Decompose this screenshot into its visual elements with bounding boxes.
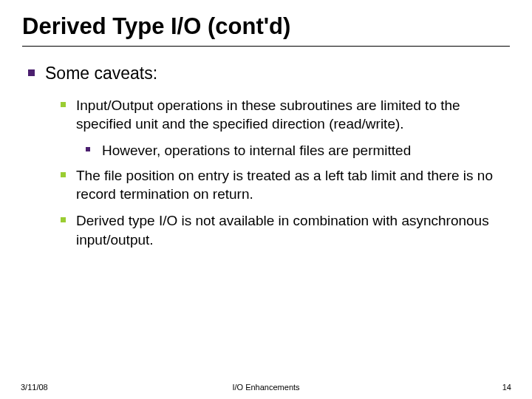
bullet-icon [61,217,66,222]
footer-page-number: 14 [502,383,511,392]
footer-date: 3/11/08 [21,383,48,392]
slide-footer: 3/11/08 I/O Enhancements 14 [0,383,532,392]
level1-text: Some caveats: [45,63,157,84]
level3-list: However, operations to internal files ar… [61,141,510,160]
bullet-icon [61,102,66,107]
footer-title: I/O Enhancements [232,383,299,392]
level2-text: Input/Output operations in these subrout… [76,96,510,134]
bullet-icon [28,69,35,76]
list-item: However, operations to internal files ar… [86,141,510,160]
bullet-icon [86,147,90,151]
list-item: The file position on entry is treated as… [61,166,510,204]
list-item: Some caveats: [28,63,510,84]
list-item: Derived type I/O is not available in com… [61,211,510,249]
level1-list: Some caveats: Input/Output operations in… [22,63,510,249]
level2-text: The file position on entry is treated as… [76,166,510,204]
level2-text: Derived type I/O is not available in com… [76,211,510,249]
list-item: Input/Output operations in these subrout… [61,96,510,134]
level2-list: Input/Output operations in these subrout… [28,96,510,249]
bullet-icon [61,172,66,177]
slide-title: Derived Type I/O (cont'd) [22,13,510,47]
slide: Derived Type I/O (cont'd) Some caveats: … [0,0,532,399]
level3-text: However, operations to internal files ar… [102,141,411,160]
